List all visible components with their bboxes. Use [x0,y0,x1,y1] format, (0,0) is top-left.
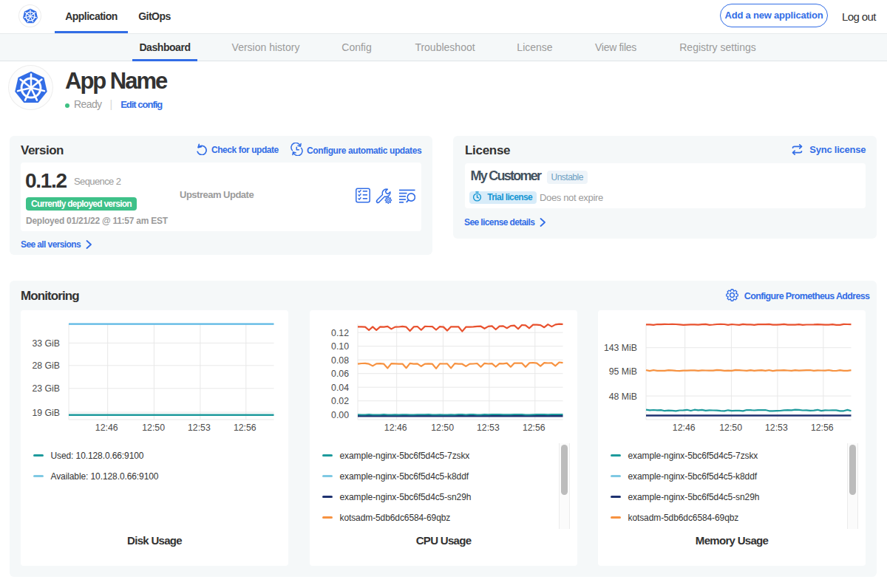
svg-text:28 GiB: 28 GiB [32,360,60,371]
svg-text:0.02: 0.02 [331,396,349,406]
svg-text:143 MiB: 143 MiB [604,343,637,353]
svg-text:23 GiB: 23 GiB [32,383,60,394]
svg-text:0.04: 0.04 [331,383,349,393]
svg-text:12:56: 12:56 [234,423,256,433]
svg-text:12:50: 12:50 [431,423,454,433]
svg-text:12:53: 12:53 [477,423,500,433]
svg-text:12:46: 12:46 [384,423,407,433]
svg-text:95 MiB: 95 MiB [609,366,637,377]
svg-text:0.10: 0.10 [331,341,349,352]
svg-text:12:50: 12:50 [719,423,742,433]
svg-text:0.00: 0.00 [331,410,349,420]
svg-text:12:46: 12:46 [95,423,118,433]
svg-text:12:56: 12:56 [811,423,834,433]
svg-text:0.08: 0.08 [331,355,349,366]
svg-text:48 MiB: 48 MiB [609,392,637,402]
svg-text:0.06: 0.06 [331,369,349,379]
svg-text:12:53: 12:53 [765,423,788,433]
svg-text:12:46: 12:46 [673,423,696,433]
svg-text:12:53: 12:53 [188,423,211,433]
svg-text:0.12: 0.12 [331,328,349,338]
svg-text:12:50: 12:50 [142,423,165,433]
svg-text:19 GiB: 19 GiB [32,408,60,418]
svg-text:12:56: 12:56 [523,423,546,433]
svg-text:33 GiB: 33 GiB [32,338,60,349]
